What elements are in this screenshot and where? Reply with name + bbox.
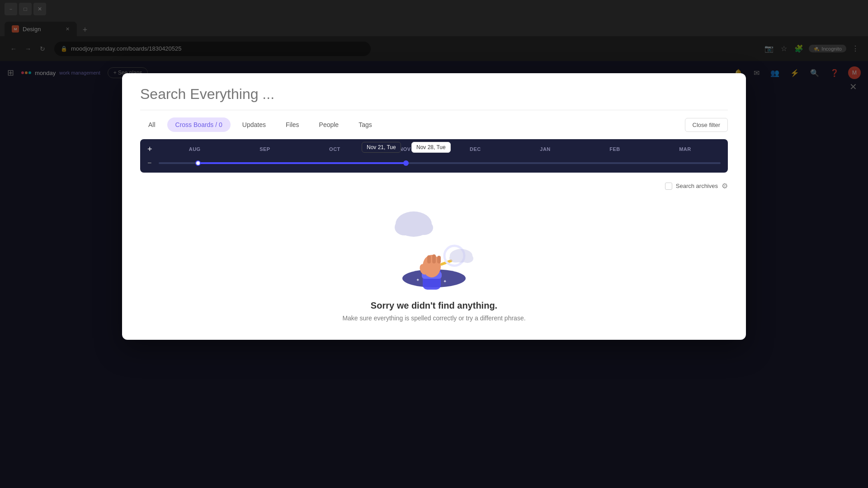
month-nov: NOV <box>399 146 410 152</box>
search-archives-label[interactable]: Search archives <box>676 183 718 189</box>
svg-text:✦: ✦ <box>416 277 420 282</box>
tab-cross-boards[interactable]: Cross Boards / 0 <box>167 117 231 132</box>
search-archives-row: Search archives ⚙ <box>140 182 728 190</box>
timeline-zoom-out[interactable]: − <box>147 159 151 167</box>
timeline-container: + AUG SEP OCT NOV DEC JAN FEB MAR Nov 21… <box>140 139 728 173</box>
modal-content: Search archives ⚙ ✦ ✦ <box>122 173 746 340</box>
close-filter-button[interactable]: Close filter <box>685 118 728 132</box>
month-sep: SEP <box>259 146 270 152</box>
month-dec: DEC <box>470 146 481 152</box>
search-header <box>122 73 746 110</box>
range-track[interactable] <box>159 162 721 164</box>
svg-rect-8 <box>432 254 436 263</box>
empty-subtext: Make sure everything is spelled correctl… <box>342 314 525 322</box>
range-fill <box>198 162 406 164</box>
month-oct: OCT <box>329 146 340 152</box>
range-handle-start[interactable] <box>195 160 201 166</box>
tab-updates[interactable]: Updates <box>234 117 274 132</box>
svg-rect-7 <box>427 255 431 263</box>
svg-point-14 <box>415 221 433 235</box>
month-jan: JAN <box>540 146 551 152</box>
timeline-track: − <box>140 159 728 173</box>
filter-tabs: All Cross Boards / 0 Updates Files Peopl… <box>122 110 746 139</box>
svg-rect-9 <box>437 256 441 263</box>
svg-point-13 <box>395 219 415 235</box>
tab-tags[interactable]: Tags <box>350 117 380 132</box>
empty-heading: Sorry we didn't find anything. <box>371 300 497 311</box>
tooltip-start-date: Nov 21, Tue <box>362 142 401 153</box>
timeline-zoom-in[interactable]: + <box>147 145 152 154</box>
search-modal: ✕ All Cross Boards / 0 Updates Files Peo… <box>122 73 746 340</box>
month-feb: FEB <box>609 146 620 152</box>
tab-all[interactable]: All <box>140 117 164 132</box>
search-archives-checkbox[interactable] <box>665 183 672 190</box>
svg-point-17 <box>462 254 473 263</box>
svg-text:✦: ✦ <box>443 279 447 284</box>
search-input[interactable] <box>140 86 728 110</box>
svg-point-16 <box>449 253 462 263</box>
tooltip-end-date: Nov 28, Tue <box>411 142 451 153</box>
empty-illustration: ✦ ✦ <box>375 199 493 290</box>
tooltip-start-date-text: Nov 21, Tue <box>367 144 396 150</box>
month-mar: MAR <box>679 146 691 152</box>
tab-people[interactable]: People <box>311 117 347 132</box>
settings-icon[interactable]: ⚙ <box>722 182 728 190</box>
range-handle-end[interactable] <box>403 160 409 166</box>
tab-files[interactable]: Files <box>278 117 307 132</box>
timeline-header: + AUG SEP OCT NOV DEC JAN FEB MAR Nov 21… <box>140 139 728 159</box>
month-aug: AUG <box>189 146 201 152</box>
tooltip-end-date-text: Nov 28, Tue <box>416 144 446 150</box>
modal-overlay: ✕ All Cross Boards / 0 Updates Files Peo… <box>0 0 868 488</box>
